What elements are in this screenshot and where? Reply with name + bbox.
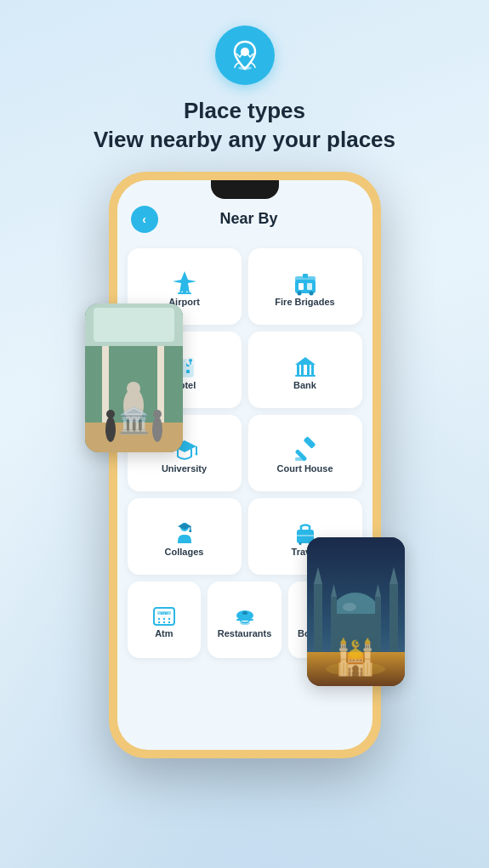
svg-rect-32 (299, 283, 304, 290)
gavel-icon (292, 436, 319, 463)
svg-marker-59 (178, 523, 191, 530)
back-arrow-icon: ‹ (142, 213, 146, 226)
svg-rect-4 (94, 308, 174, 342)
svg-point-54 (195, 452, 197, 455)
float-mosque-image (307, 537, 405, 686)
atm-cell[interactable]: ATM Atm (128, 582, 202, 658)
svg-point-78 (240, 621, 250, 625)
svg-point-77 (242, 611, 247, 615)
svg-rect-29 (178, 292, 191, 294)
svg-point-64 (299, 542, 301, 545)
airplane-icon (171, 269, 198, 297)
fire-brigade-icon (292, 269, 319, 297)
location-icon-circle (215, 26, 275, 85)
student-icon (171, 519, 198, 547)
phone-wrapper: ‹ Near By Airport (109, 172, 381, 758)
svg-rect-24 (375, 597, 381, 652)
svg-rect-17 (332, 614, 379, 652)
restaurants-cell[interactable]: Restaurants (208, 582, 281, 658)
svg-text:ATM: ATM (161, 611, 168, 616)
svg-rect-57 (295, 457, 305, 461)
svg-rect-33 (307, 283, 312, 290)
svg-point-35 (309, 291, 313, 295)
svg-rect-38 (304, 281, 306, 284)
svg-rect-22 (331, 597, 337, 652)
svg-rect-15 (307, 652, 405, 686)
svg-point-69 (163, 617, 165, 619)
phone-notch (211, 180, 279, 199)
collages-label: Collages (165, 547, 204, 557)
bank-cell[interactable]: Bank (248, 332, 362, 408)
svg-point-9 (127, 382, 140, 395)
svg-rect-49 (311, 365, 314, 375)
svg-rect-43 (186, 370, 190, 373)
svg-point-34 (297, 291, 301, 295)
screen-title: Near By (167, 210, 359, 228)
svg-rect-20 (389, 584, 398, 652)
header-title: Place types View nearby any your places (94, 97, 395, 155)
svg-rect-18 (314, 584, 322, 652)
fire-brigades-cell[interactable]: Fire Brigades (248, 248, 362, 325)
svg-rect-47 (301, 365, 304, 375)
svg-point-26 (343, 603, 356, 611)
bank-label: Bank (293, 380, 316, 390)
svg-point-71 (158, 621, 160, 622)
back-button[interactable]: ‹ (131, 206, 158, 233)
svg-point-12 (152, 417, 162, 442)
location-icon (228, 38, 262, 72)
svg-point-61 (189, 530, 191, 532)
svg-point-68 (158, 617, 160, 619)
collages-cell[interactable]: Collages (128, 498, 242, 575)
svg-point-73 (168, 621, 170, 622)
svg-point-45 (189, 359, 192, 362)
svg-point-11 (106, 410, 115, 418)
svg-point-72 (163, 621, 165, 622)
svg-rect-76 (236, 619, 253, 621)
float-museum-image (85, 304, 183, 452)
court-house-label: Court House (277, 463, 333, 474)
svg-rect-36 (303, 274, 308, 278)
university-label: University (162, 463, 207, 474)
svg-point-70 (168, 617, 170, 619)
svg-rect-5 (102, 346, 109, 431)
svg-point-10 (105, 417, 116, 442)
svg-rect-51 (295, 375, 316, 377)
svg-rect-48 (307, 365, 310, 375)
svg-rect-46 (297, 365, 299, 375)
fire-brigades-label: Fire Brigades (275, 297, 334, 307)
svg-rect-55 (303, 436, 316, 449)
svg-point-27 (326, 662, 385, 676)
restaurants-label: Restaurants (218, 628, 272, 638)
svg-point-13 (153, 410, 162, 418)
svg-marker-50 (295, 357, 316, 365)
court-house-cell[interactable]: Court House (248, 415, 362, 491)
atm-label: Atm (155, 628, 173, 638)
svg-point-1 (238, 66, 252, 70)
bank-icon (292, 353, 319, 380)
atm-icon: ATM (152, 604, 176, 628)
header-section: Place types View nearby any your places (94, 0, 395, 163)
svg-rect-7 (85, 423, 183, 452)
svg-rect-63 (297, 535, 314, 536)
restaurant-icon (233, 604, 257, 628)
